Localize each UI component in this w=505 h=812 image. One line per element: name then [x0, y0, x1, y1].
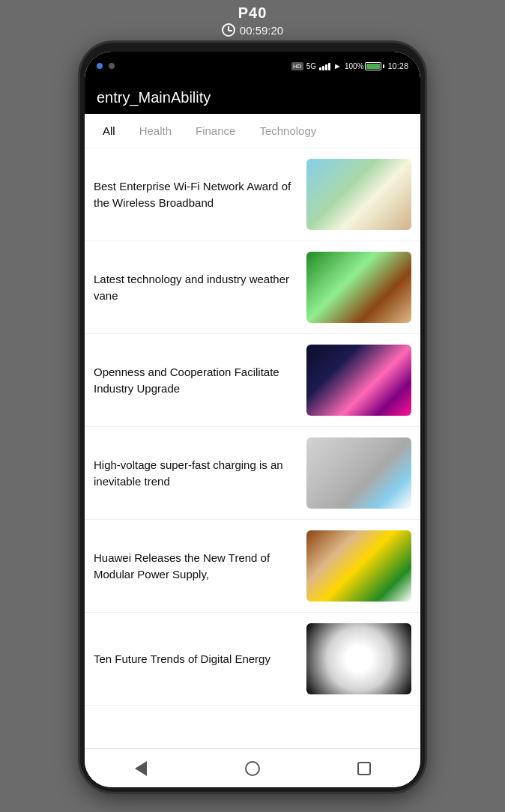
- news-item-3[interactable]: High-voltage super-fast charging is an i…: [85, 427, 420, 520]
- nav-bar: [85, 748, 420, 787]
- status-time: 10:28: [387, 61, 408, 70]
- tabs-row: All Health Finance Technology: [85, 114, 420, 148]
- nav-back-button[interactable]: [129, 757, 153, 781]
- home-icon: [245, 761, 260, 776]
- recents-icon: [357, 762, 371, 775]
- news-item-4[interactable]: Huawei Releases the New Trend of Modular…: [85, 520, 420, 613]
- news-title-0: Best Enterprise Wi-Fi Network Award of t…: [94, 178, 297, 211]
- news-image-2: [306, 345, 411, 416]
- phone-screen: HD 5G ► 100% 10:28: [85, 52, 420, 787]
- app-header: entry_MainAbility: [85, 80, 420, 114]
- tab-finance[interactable]: Finance: [184, 114, 247, 148]
- news-list: Best Enterprise Wi-Fi Network Award of t…: [85, 148, 420, 748]
- news-image-0: [306, 159, 411, 230]
- p40-label: P40: [238, 4, 267, 22]
- app-title: entry_MainAbility: [97, 89, 211, 106]
- news-title-2: Openness and Cooperation Facilitate Indu…: [94, 364, 297, 397]
- tab-all[interactable]: All: [91, 114, 127, 148]
- phone-frame: HD 5G ► 100% 10:28: [80, 43, 425, 792]
- hd-badge: HD: [291, 62, 303, 70]
- news-title-3: High-voltage super-fast charging is an i…: [94, 457, 297, 490]
- tab-technology[interactable]: Technology: [247, 114, 328, 148]
- news-image-3: [306, 437, 411, 509]
- news-title-4: Huawei Releases the New Trend of Modular…: [94, 550, 297, 583]
- status-dot-2: [109, 63, 115, 69]
- news-title-5: Ten Future Trends of Digital Energy: [94, 651, 297, 667]
- news-title-1: Latest technology and industry weather v…: [94, 271, 297, 304]
- battery-percent: 100%: [345, 62, 364, 70]
- news-image-1: [306, 252, 411, 323]
- status-dot-1: [97, 63, 103, 69]
- timer-icon: [222, 23, 235, 37]
- status-bar: HD 5G ► 100% 10:28: [85, 52, 420, 80]
- timer-text: 00:59:20: [240, 24, 283, 37]
- news-item-5[interactable]: Ten Future Trends of Digital Energy: [85, 613, 420, 706]
- tab-health[interactable]: Health: [127, 114, 184, 148]
- news-item-0[interactable]: Best Enterprise Wi-Fi Network Award of t…: [85, 148, 420, 241]
- wifi-icon: ►: [333, 61, 342, 70]
- nav-home-button[interactable]: [241, 757, 264, 781]
- signal-indicator: 5G: [306, 62, 316, 70]
- news-item-2[interactable]: Openness and Cooperation Facilitate Indu…: [85, 334, 420, 427]
- news-image-4: [306, 530, 411, 602]
- nav-recents-button[interactable]: [352, 757, 376, 781]
- back-icon: [135, 761, 147, 776]
- news-item-1[interactable]: Latest technology and industry weather v…: [85, 241, 420, 334]
- news-image-5: [306, 623, 411, 694]
- battery: 100%: [345, 62, 385, 70]
- signal-bars: [319, 61, 330, 70]
